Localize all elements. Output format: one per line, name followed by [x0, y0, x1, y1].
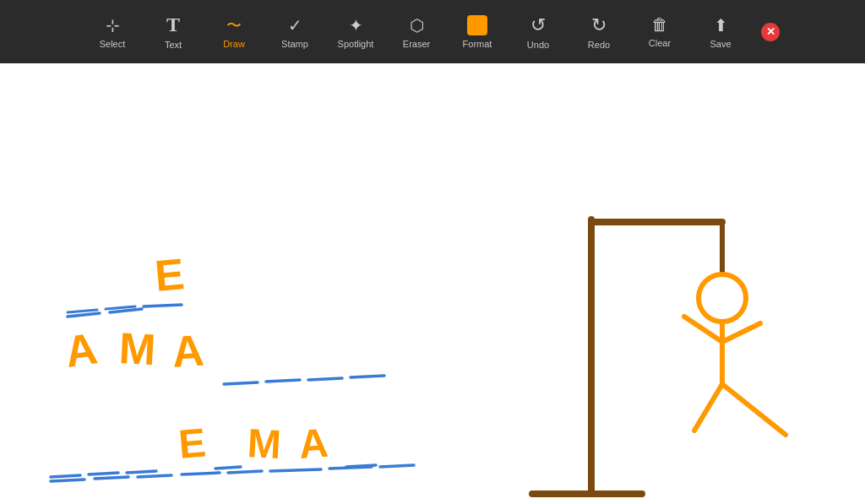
save-icon: ⬆ [714, 15, 728, 35]
tool-undo[interactable]: ↺ Undo [511, 5, 565, 59]
tool-format[interactable]: Format [450, 5, 504, 59]
svg-text:A: A [62, 323, 100, 377]
svg-line-38 [722, 384, 786, 435]
svg-text:M: M [117, 323, 156, 374]
svg-line-9 [351, 376, 384, 377]
canvas-area[interactable]: E A M A E M A [0, 63, 865, 504]
tool-spotlight[interactable]: ✦ Spotlight [329, 5, 383, 59]
save-label: Save [710, 39, 731, 49]
undo-icon: ↺ [530, 14, 546, 36]
tool-clear[interactable]: 🗑 Clear [633, 5, 687, 59]
svg-point-33 [699, 274, 746, 322]
spotlight-icon: ✦ [349, 15, 363, 35]
redo-label: Redo [588, 40, 610, 50]
select-icon: ⊹ [106, 15, 120, 35]
svg-line-27 [329, 467, 372, 469]
tool-select[interactable]: ⊹ Select [85, 5, 139, 59]
svg-line-6 [224, 382, 258, 384]
svg-line-28 [380, 465, 414, 467]
undo-label: Undo [527, 40, 549, 50]
text-icon: T [166, 14, 180, 36]
svg-line-1 [110, 309, 142, 312]
tool-eraser[interactable]: ⬡ Eraser [389, 5, 443, 59]
svg-line-14 [89, 473, 118, 474]
select-label: Select [100, 39, 126, 49]
tool-stamp[interactable]: ✓ Stamp [268, 5, 322, 59]
svg-text:E: E [153, 249, 187, 301]
clear-label: Clear [649, 38, 671, 48]
svg-line-36 [722, 323, 760, 342]
svg-line-8 [308, 378, 342, 380]
svg-text:A: A [297, 420, 329, 467]
svg-line-17 [215, 467, 241, 469]
svg-line-15 [127, 471, 156, 473]
svg-line-7 [266, 380, 300, 382]
draw-icon: 〜 [226, 15, 242, 35]
draw-label: Draw [223, 39, 245, 49]
svg-text:M: M [246, 420, 282, 467]
redo-icon: ↻ [591, 14, 607, 36]
svg-text:E: E [177, 420, 208, 467]
spotlight-label: Spotlight [338, 39, 374, 49]
svg-line-23 [138, 475, 171, 477]
eraser-label: Eraser [403, 39, 430, 49]
stamp-icon: ✓ [288, 15, 302, 35]
svg-line-13 [51, 475, 80, 477]
svg-line-21 [51, 480, 84, 481]
svg-line-24 [182, 473, 220, 474]
clear-icon: 🗑 [651, 15, 668, 35]
stamp-label: Stamp [281, 39, 308, 49]
toolbar: ⊹ Select T Text 〜 Draw ✓ Stamp ✦ Spotlig… [0, 0, 865, 63]
svg-line-0 [68, 313, 100, 317]
tool-save[interactable]: ⬆ Save [694, 5, 748, 59]
svg-line-37 [694, 384, 722, 431]
svg-text:A: A [171, 325, 206, 376]
svg-line-26 [270, 469, 321, 471]
format-label: Format [463, 39, 492, 49]
tool-text[interactable]: T Text [146, 5, 200, 59]
svg-line-25 [228, 471, 262, 473]
svg-line-10 [68, 310, 97, 312]
eraser-icon: ⬡ [410, 15, 424, 35]
text-label: Text [165, 40, 182, 50]
tool-redo[interactable]: ↻ Redo [572, 5, 626, 59]
tool-draw[interactable]: 〜 Draw [207, 5, 261, 59]
svg-line-11 [106, 306, 135, 309]
format-icon [467, 15, 487, 35]
close-button[interactable]: ✕ [761, 23, 780, 41]
drawing-svg: E A M A E M A [0, 63, 865, 504]
svg-line-22 [95, 477, 128, 479]
svg-line-12 [144, 305, 182, 306]
